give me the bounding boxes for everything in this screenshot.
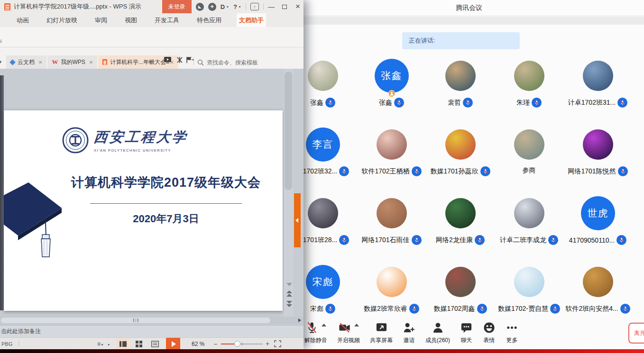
avatar <box>377 267 407 297</box>
zoom-slider[interactable] <box>221 344 263 344</box>
toolbar-share-screen[interactable]: 共享屏幕 <box>370 321 393 344</box>
toolbar-invite[interactable]: 邀请 <box>403 321 415 344</box>
participant-tile[interactable]: 朱瑾 <box>495 56 563 125</box>
side-panel-toggle[interactable] <box>294 193 301 247</box>
doc-tab-2[interactable]: W我的WPS✕ <box>47 55 97 69</box>
compass-icon[interactable]: ✚ <box>208 3 216 11</box>
reading-view-button[interactable] <box>149 339 161 349</box>
toolbar-members[interactable]: 成员(260) <box>425 321 450 344</box>
caret-up-icon[interactable] <box>354 324 359 326</box>
ribbon-tab-特色应用[interactable]: 特色应用 <box>194 13 224 27</box>
ribbon-area: ≡ <box>0 27 304 47</box>
participant-tile[interactable]: 数媒1701孙蕊欣 <box>426 125 495 193</box>
minimize-button[interactable]: — <box>266 3 277 10</box>
fit-screen-icon[interactable] <box>274 340 281 349</box>
view-options-icon[interactable]: ≡▼ ▼ <box>97 341 110 347</box>
toolbar-emoji[interactable]: 表情 <box>483 321 496 344</box>
notes-pane[interactable]: 击此处添加备注 <box>0 325 304 337</box>
zoom-slider-thumb[interactable] <box>234 341 240 347</box>
mic-muted-icon <box>305 321 318 334</box>
previous-slide-button[interactable] <box>286 290 292 297</box>
ribbon-tab-审阅[interactable]: 审阅 <box>92 13 110 27</box>
avatar <box>514 267 544 297</box>
command-search[interactable] <box>197 59 281 66</box>
mic-muted-icon <box>616 235 626 245</box>
avatar-box <box>514 263 544 301</box>
avatar <box>445 267 476 297</box>
avatar <box>445 61 476 91</box>
participant-tile[interactable]: 裴哲 <box>426 56 495 125</box>
participant-name: 网络2龙佳康 <box>436 236 473 244</box>
participant-tile[interactable]: 数媒1702-贾自慧 <box>495 262 563 331</box>
toolbar-label: 共享屏幕 <box>370 336 393 344</box>
doc-tab-label: 我的WPS <box>61 58 85 66</box>
next-slide-button[interactable] <box>286 301 292 307</box>
upload-icon[interactable]: ↑ <box>250 3 259 10</box>
doc-tab-1[interactable]: 云文档✕ <box>6 55 46 69</box>
close-tab-icon[interactable]: ✕ <box>38 60 42 65</box>
play-slideshow-button[interactable] <box>166 338 180 350</box>
participant-tile[interactable]: 参商 <box>495 125 563 193</box>
vertical-scrollbar[interactable] <box>284 69 293 317</box>
tools-icon[interactable] <box>176 56 184 65</box>
toolbar-icon-row <box>483 321 496 335</box>
presentation-icon[interactable] <box>164 56 172 65</box>
tab-list-dropdown-icon[interactable]: ▼ <box>0 60 2 64</box>
participant-tile[interactable]: 软件2班向安然4... <box>563 262 632 331</box>
toolbar-more[interactable]: 更多 <box>506 321 518 344</box>
participant-tile[interactable]: 数媒1702周鑫 <box>426 262 495 331</box>
horizontal-scrollbar-thumb[interactable] <box>1 317 270 323</box>
mic-muted-icon <box>532 98 542 108</box>
toolbar-chat[interactable]: 聊天 <box>460 321 473 344</box>
search-input[interactable] <box>207 59 281 66</box>
zoom-in-icon[interactable]: + <box>266 340 269 347</box>
maximize-button[interactable] <box>279 3 290 10</box>
scroll-right-icon[interactable] <box>298 318 301 322</box>
participant-label: 络1701班28... <box>296 235 349 245</box>
ribbon-tab-文档助手[interactable]: 文档助手 <box>237 13 266 27</box>
toolbar-camera-muted[interactable]: 开启视频 <box>337 321 360 344</box>
slide-nav-buttons <box>286 283 292 307</box>
participant-tile[interactable]: 网络1701陈悦然 <box>563 125 632 193</box>
ribbon-tab-幻灯片放映[interactable]: 幻灯片放映 <box>44 13 80 27</box>
ribbon-tab-视图[interactable]: 视图 <box>122 13 139 27</box>
notes-placeholder: 击此处添加备注 <box>1 327 41 335</box>
participant-label: 计卓二班李成龙 <box>500 235 558 245</box>
participant-tile[interactable]: 世虎41709050110... <box>563 193 632 262</box>
university-name-cn: 西安工程大学 <box>93 128 189 147</box>
avatar-box <box>583 57 613 95</box>
participant-tile[interactable]: 计卓1702班31... <box>563 56 632 125</box>
login-button[interactable]: 未登录 <box>162 0 192 13</box>
participant-tile[interactable]: 网络2龙佳康 <box>426 193 495 262</box>
slide-canvas[interactable]: 西安工程大学 XI'AN POLYTECHNIC UNIVERSITY 计算机科… <box>4 110 283 311</box>
toolbar-label: 邀请 <box>404 336 415 344</box>
vertical-scrollbar-thumb[interactable] <box>285 72 292 190</box>
close-button[interactable]: × <box>292 2 304 11</box>
ribbon-tab-动画[interactable]: 动画 <box>14 13 31 27</box>
scroll-down-icon[interactable] <box>286 283 292 286</box>
participant-grid: 张鑫张鑫张鑫裴哲朱瑾计卓1702班31...李言卓1702班32...软件170… <box>288 56 633 331</box>
participant-tile[interactable]: 软件1702王栖栖 <box>357 125 426 193</box>
close-tab-icon[interactable]: ✕ <box>89 60 93 65</box>
toolbar-mic-muted[interactable]: 解除静音 <box>304 321 327 344</box>
shutter-icon[interactable]: ◣ <box>196 3 204 11</box>
participant-tile[interactable]: 网络1701石雨佳 <box>357 193 426 262</box>
avatar <box>308 61 338 91</box>
participant-label: 软件1702王栖栖 <box>361 166 421 176</box>
zoom-out-icon[interactable]: − <box>213 340 217 348</box>
caret-up-icon[interactable] <box>322 324 326 326</box>
normal-view-button[interactable] <box>117 339 129 349</box>
slide-sorter-view-button[interactable] <box>133 339 145 349</box>
participant-tile[interactable]: 数媒2班常欣睿 <box>357 262 426 331</box>
leave-meeting-button[interactable]: 离开会议 <box>628 323 644 344</box>
pen-d-icon[interactable]: D▼ <box>221 3 229 10</box>
new-tab-button[interactable]: + <box>148 57 153 67</box>
horizontal-scrollbar[interactable] <box>0 317 304 324</box>
scrollbar-grip-icon <box>133 318 138 322</box>
emoji-icon <box>483 321 496 334</box>
participant-tile[interactable]: 张鑫张鑫 <box>357 56 426 125</box>
ribbon-tab-开发工具[interactable]: 开发工具 <box>152 13 182 27</box>
university-logo: 西安工程大学 XI'AN POLYTECHNIC UNIVERSITY <box>62 127 188 154</box>
help-icon[interactable]: ?▼ <box>233 3 241 10</box>
participant-tile[interactable]: 计卓二班李成龙 <box>495 193 563 262</box>
